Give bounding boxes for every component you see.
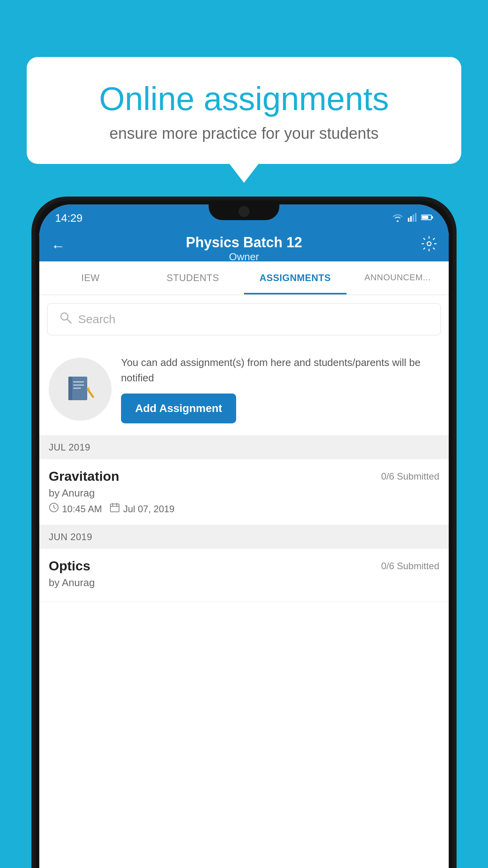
clock-icon (49, 502, 59, 515)
svg-line-19 (54, 508, 55, 509)
search-bar[interactable]: Search (47, 303, 441, 335)
assignment-submitted: 0/6 Submitted (381, 471, 439, 482)
svg-rect-5 (422, 216, 428, 219)
notch (209, 200, 279, 220)
back-button[interactable]: ← (51, 238, 65, 254)
promo-block: You can add assignment(s) from here and … (39, 343, 449, 436)
add-assignment-button[interactable]: Add Assignment (121, 394, 236, 423)
battery-icon (421, 214, 433, 223)
notebook-icon (64, 373, 96, 405)
svg-rect-12 (73, 381, 84, 383)
assignment-time: 10:45 AM (62, 504, 102, 515)
svg-rect-6 (432, 216, 433, 219)
svg-point-7 (427, 242, 431, 246)
tab-assignments[interactable]: ASSIGNMENTS (244, 261, 347, 294)
tab-announcements[interactable]: ANNOUNCEM... (347, 261, 449, 294)
settings-button[interactable] (421, 236, 437, 255)
meta-time: 10:45 AM (49, 502, 102, 515)
assignment-name: Gravitation (49, 469, 119, 484)
svg-rect-14 (73, 388, 81, 389)
svg-rect-13 (73, 384, 84, 386)
phone-inner: 14:29 (35, 200, 453, 868)
tab-students[interactable]: STUDENTS (142, 261, 244, 294)
meta-date: Jul 07, 2019 (110, 502, 174, 515)
assignment-submitted-optics: 0/6 Submitted (381, 561, 439, 572)
promo-content: You can add assignment(s) from here and … (121, 355, 439, 423)
wifi-icon (392, 213, 403, 223)
svg-rect-2 (413, 215, 414, 222)
svg-rect-3 (415, 213, 416, 222)
assignment-meta: 10:45 AM Jul 07, 2019 (49, 502, 439, 515)
search-icon (59, 311, 72, 327)
search-placeholder: Search (78, 313, 116, 326)
phone-frame: 14:29 (31, 197, 457, 868)
promo-text: You can add assignment(s) from here and … (121, 355, 439, 386)
tab-bar: IEW STUDENTS ASSIGNMENTS ANNOUNCEM... (39, 261, 449, 295)
speech-bubble-container: Online assignments ensure more practice … (27, 57, 461, 164)
speech-bubble: Online assignments ensure more practice … (27, 57, 461, 164)
month-header-jul: JUL 2019 (39, 436, 449, 459)
assignment-by: by Anurag (49, 487, 439, 499)
month-header-jun: JUN 2019 (39, 525, 449, 549)
assignment-by-optics: by Anurag (49, 577, 439, 589)
signal-icon (408, 213, 416, 223)
svg-rect-1 (410, 216, 412, 222)
assignment-top-optics: Optics 0/6 Submitted (49, 558, 439, 574)
promo-icon-circle (49, 358, 112, 421)
assignment-date: Jul 07, 2019 (123, 504, 174, 515)
assignment-item-gravitation[interactable]: Gravitation 0/6 Submitted by Anurag (39, 459, 449, 525)
bubble-subtitle: ensure more practice for your students (54, 125, 434, 142)
svg-rect-11 (68, 377, 72, 400)
bubble-title: Online assignments (54, 81, 434, 117)
assignment-name-optics: Optics (49, 558, 90, 574)
assignment-top: Gravitation 0/6 Submitted (49, 469, 439, 484)
svg-line-9 (67, 319, 71, 323)
svg-rect-15 (86, 388, 94, 398)
assignment-item-optics[interactable]: Optics 0/6 Submitted by Anurag (39, 549, 449, 602)
search-container: Search (39, 295, 449, 343)
tab-iew[interactable]: IEW (39, 261, 142, 294)
status-icons (392, 213, 433, 223)
svg-rect-20 (110, 504, 119, 512)
svg-rect-0 (408, 218, 409, 222)
app-content: 14:29 (39, 204, 449, 868)
header-title: Physics Batch 12 (51, 234, 437, 251)
calendar-icon (110, 502, 120, 515)
camera (238, 206, 250, 217)
status-time: 14:29 (55, 212, 83, 224)
